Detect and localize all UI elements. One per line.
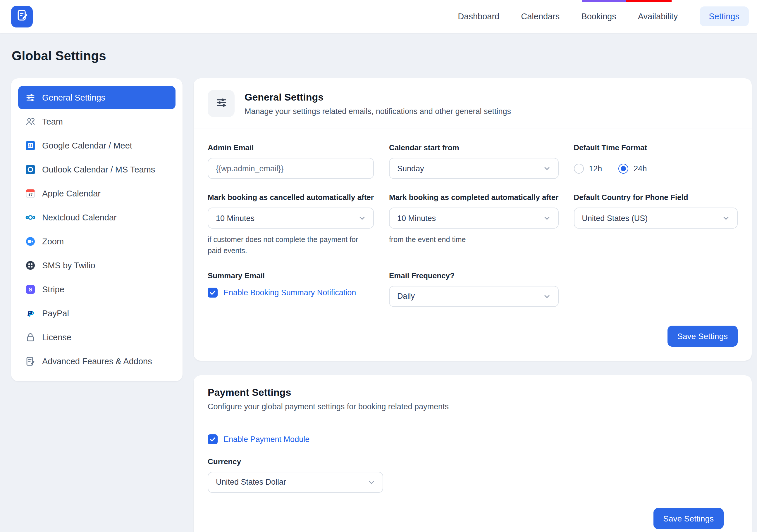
cancel-after-label: Mark booking as cancelled automatically … (208, 193, 374, 202)
svg-text:17: 17 (28, 193, 32, 197)
select-value: Sunday (397, 164, 424, 173)
sidebar-item-zoom[interactable]: Zoom (18, 230, 175, 253)
svg-text:31: 31 (28, 144, 32, 148)
sidebar-item-sms-twilio[interactable]: SMS by Twilio (18, 254, 175, 277)
radio-label: 24h (634, 164, 647, 173)
admin-email-input-wrap (208, 158, 374, 179)
sidebar-item-nextcloud-calendar[interactable]: Nextcloud Calendar (18, 206, 175, 229)
complete-after-select[interactable]: 10 Minutes (389, 208, 559, 229)
admin-email-label: Admin Email (208, 143, 374, 152)
enable-payment-checkbox[interactable]: Enable Payment Module (208, 434, 738, 444)
general-settings-grid: Admin Email Calendar start from Sunday (208, 143, 738, 307)
fluent-booking-logo-icon (15, 9, 28, 24)
svg-text:P: P (27, 309, 33, 318)
currency-label: Currency (208, 457, 738, 466)
sidebar-item-general-settings[interactable]: General Settings (18, 86, 175, 109)
nextcloud-icon (25, 212, 36, 223)
stripe-icon: S (25, 284, 36, 294)
email-frequency-label: Email Frequency? (389, 271, 559, 280)
complete-after-help-text: from the event end time (389, 235, 559, 246)
sidebar-item-team[interactable]: Team (18, 110, 175, 133)
card-title: Payment Settings (208, 387, 738, 399)
chevron-down-icon (543, 293, 550, 300)
select-value: 10 Minutes (216, 214, 255, 222)
sidebar-item-apple-calendar[interactable]: 17 Apple Calendar (18, 182, 175, 205)
sidebar-item-license[interactable]: License (18, 326, 175, 349)
time-format-field-group: Default Time Format 12h 24h (574, 143, 738, 179)
team-icon (25, 116, 36, 127)
currency-select[interactable]: United States Dollar (208, 472, 383, 493)
nav-settings[interactable]: Settings (699, 7, 749, 26)
sidebar-item-label: Team (42, 117, 63, 126)
page-title: Global Settings (12, 48, 757, 64)
sidebar-item-paypal[interactable]: P P PayPal (18, 302, 175, 325)
payment-settings-card: Payment Settings Configure your global p… (194, 375, 752, 532)
content-area: General Settings Team (0, 78, 757, 532)
checkbox-label: Enable Payment Module (224, 435, 310, 444)
select-value: United States Dollar (216, 478, 286, 487)
chevron-down-icon (543, 214, 550, 222)
settings-sidebar: General Settings Team (11, 78, 183, 381)
addons-icon (25, 356, 36, 367)
select-value: 10 Minutes (397, 214, 436, 222)
twilio-icon (25, 260, 36, 271)
enable-summary-checkbox[interactable]: Enable Booking Summary Notification (208, 288, 374, 297)
checkbox-checked-icon (208, 434, 218, 444)
select-value: Daily (397, 292, 415, 301)
top-nav-menu: Dashboard Calendars Bookings Availabilit… (458, 7, 749, 26)
card-title: General Settings (245, 92, 511, 103)
email-frequency-field-group: Email Frequency? Daily (389, 271, 559, 307)
nav-dashboard[interactable]: Dashboard (458, 12, 499, 21)
complete-after-label: Mark booking as completed automatically … (389, 193, 559, 202)
sidebar-item-label: General Settings (42, 93, 105, 102)
nav-bookings[interactable]: Bookings (581, 12, 616, 21)
calendar-start-select[interactable]: Sunday (389, 158, 559, 179)
radio-option-24h[interactable]: 24h (618, 163, 647, 173)
complete-after-field-group: Mark booking as completed automatically … (389, 193, 559, 257)
stage: Dashboard Calendars Bookings Availabilit… (0, 0, 757, 532)
app-root: Dashboard Calendars Bookings Availabilit… (0, 0, 757, 532)
radio-checked-icon (618, 163, 628, 173)
sidebar-item-label: License (42, 333, 71, 342)
phone-country-label: Default Country for Phone Field (574, 193, 738, 202)
nav-calendars[interactable]: Calendars (521, 12, 560, 21)
phone-country-field-group: Default Country for Phone Field United S… (574, 193, 738, 257)
sidebar-item-label: Apple Calendar (42, 189, 101, 198)
calendar-start-field-group: Calendar start from Sunday (389, 143, 559, 179)
summary-email-label: Summary Email (208, 271, 374, 280)
radio-option-12h[interactable]: 12h (574, 163, 602, 173)
sidebar-item-label: Zoom (42, 237, 64, 246)
checkbox-checked-icon (208, 288, 218, 297)
sidebar-item-advanced-addons[interactable]: Advanced Feaures & Addons (18, 350, 175, 373)
admin-email-input[interactable] (216, 164, 366, 173)
chevron-down-icon (368, 479, 375, 486)
svg-text:S: S (29, 287, 32, 293)
chevron-down-icon (722, 214, 730, 222)
cancel-after-field-group: Mark booking as cancelled automatically … (208, 193, 374, 257)
payment-settings-body: Enable Payment Module Currency United St… (194, 420, 752, 532)
save-settings-button[interactable]: Save Settings (667, 326, 738, 347)
apple-calendar-icon: 17 (25, 188, 36, 199)
sidebar-item-outlook-calendar[interactable]: Outlook Calendar / MS Teams (18, 158, 175, 181)
sidebar-item-label: Advanced Feaures & Addons (42, 357, 152, 366)
paypal-icon: P P (25, 308, 36, 319)
general-settings-header-text: General Settings Manage your settings re… (245, 92, 511, 116)
general-settings-header: General Settings Manage your settings re… (194, 78, 752, 128)
nav-availability[interactable]: Availability (638, 12, 678, 21)
radio-unchecked-icon (574, 163, 584, 173)
app-logo[interactable] (11, 6, 33, 27)
sidebar-item-label: Nextcloud Calendar (42, 213, 117, 222)
cancel-after-select[interactable]: 10 Minutes (208, 208, 374, 229)
phone-country-select[interactable]: United States (US) (574, 208, 738, 229)
chevron-down-icon (543, 165, 550, 172)
save-settings-button[interactable]: Save Settings (653, 508, 724, 529)
sidebar-item-stripe[interactable]: S Stripe (18, 278, 175, 301)
sidebar-item-google-calendar[interactable]: 31 Google Calendar / Meet (18, 134, 175, 157)
email-frequency-select[interactable]: Daily (389, 286, 559, 307)
grid-spacer (574, 271, 738, 307)
sidebar-item-label: Outlook Calendar / MS Teams (42, 165, 155, 174)
main-column: General Settings Manage your settings re… (194, 78, 752, 532)
progress-bar-red-segment (626, 0, 672, 2)
sidebar-item-label: PayPal (42, 309, 69, 318)
card-subtitle: Configure your global payment settings f… (208, 402, 738, 411)
